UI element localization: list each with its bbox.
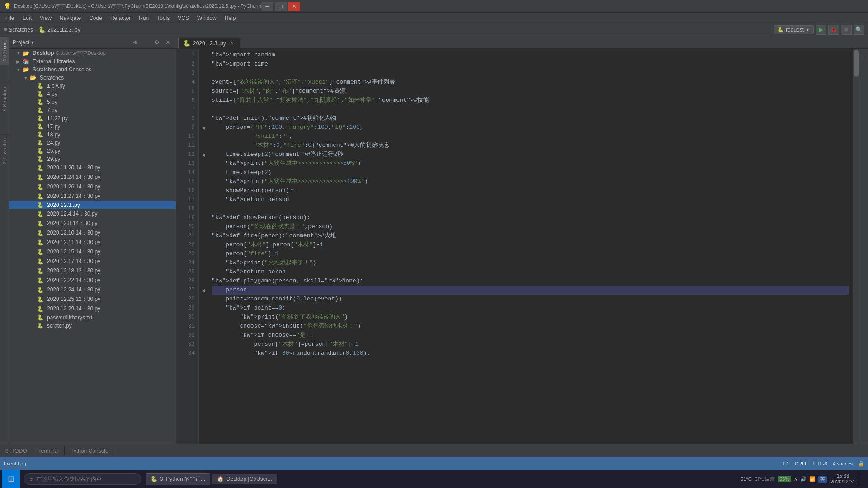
tree-item-29py[interactable]: 🐍29.py [9,155,176,163]
bottom-tab-terminal[interactable]: Terminal [33,446,65,456]
menu-item-code[interactable]: Code [85,14,106,22]
tree-node-label: 2020.12.8.14：30.py [45,220,176,227]
stop-button[interactable]: ■ [841,25,852,35]
tree-item-20201126[interactable]: 🐍2020.11.26.14：30.py [9,182,176,192]
gutter-line [199,141,208,150]
tree-item-scratches-consoles[interactable]: ▼📂Scratches and Consoles [9,66,176,74]
tree-item-20201124[interactable]: 🐍2020.11.24.14：30.py [9,173,176,182]
menu-item-navigate[interactable]: Navigate [56,14,85,22]
menu-item-file[interactable]: File [2,14,18,22]
tree-item-external-libs[interactable]: ▶📚External Libraries [9,57,176,66]
file-tree-panel: Project ▾ ⊕ − ⚙ ✕ ▼📂Desktop C:\Users\李宇\… [9,36,176,444]
run-toolbar: 🐍 request ▼ ▶ 🐞 ■ 🔍 [774,25,864,35]
tree-item-20201210[interactable]: 🐍2020.12.10.14：30.py [9,228,176,238]
editor-tab-close[interactable]: ✕ [229,40,235,47]
sidebar-tab-favorites[interactable]: 2: Favorites [0,134,9,168]
tree-item-20201225[interactable]: 🐍2020.12.25.12：30.py [9,295,176,304]
tree-item-desktop[interactable]: ▼📂Desktop C:\Users\李宇\Desktop [9,49,176,57]
tree-item-scratches[interactable]: ▼📂Scratches [9,74,176,82]
editor-tab-active[interactable]: 🐍 2020.12.3..py ✕ [178,38,240,48]
tree-item-20201208[interactable]: 🐍2020.12.8.14：30.py [9,219,176,228]
tree-item-20201222[interactable]: 🐍2020.12.22.14：30.py [9,276,176,285]
start-button[interactable]: ⊞ [2,470,20,488]
tree-node-icon: 🐍 [37,99,45,105]
bottom-tab-python-console[interactable]: Python Console [65,446,114,456]
code-gutter: ◀◀◀ [199,49,208,444]
tree-item-18py[interactable]: 🐍18.py [9,131,176,139]
tree-node-icon: 🐍 [37,306,45,312]
taskbar-app-python[interactable]: 🐍 3. Python 的非正... [146,473,210,485]
status-event-log[interactable]: Event Log [4,461,26,466]
tree-locate-icon[interactable]: ⊕ [131,38,140,47]
tree-item-11py[interactable]: 🐍11.22.py [9,114,176,122]
tree-node-label: 29.py [45,156,176,162]
menu-item-vcs[interactable]: VCS [174,14,193,22]
taskbar-search[interactable]: ○ [24,473,141,485]
status-encoding[interactable]: UTF-8 [813,461,827,466]
tree-node-icon: 🐍 [37,239,45,246]
menu-item-edit[interactable]: Edit [19,14,35,22]
tree-item-20201224[interactable]: 🐍2020.12.24.14：30.py [9,285,176,295]
tree-item-1py[interactable]: 🐍1.p'y.py [9,82,176,90]
search-button[interactable]: 🔍 [854,25,864,35]
tree-item-4py[interactable]: 🐍4.py [9,90,176,98]
taskbar-app-desktop[interactable]: 🏠 Desktop [C:\User... [212,474,277,484]
run-button[interactable]: ▶ [816,25,826,35]
tree-item-25py[interactable]: 🐍25.py [9,147,176,155]
tree-close-icon[interactable]: ✕ [163,38,172,47]
tree-item-scratch[interactable]: 🐍scratch.py [9,322,176,330]
menu-item-view[interactable]: View [36,14,55,22]
menu-item-tools[interactable]: Tools [153,14,173,22]
menu-item-run[interactable]: Run [135,14,152,22]
right-scrollbar[interactable] [853,49,859,444]
tree-item-20201211[interactable]: 🐍2020.12.11.14：30.py [9,238,176,247]
close-button[interactable]: ✕ [288,2,300,11]
line-numbers: 1234567891011121314151617181920212223242… [176,49,199,444]
tree-item-7py[interactable]: 🐍7.py [9,106,176,114]
gutter-line [199,258,208,267]
breadcrumb-file[interactable]: 🐍 2020.12.3..py [38,26,80,33]
breadcrumb-scratches[interactable]: Scratches [9,27,33,33]
tree-item-24py[interactable]: 🐍24.py [9,139,176,147]
tree-item-20201127[interactable]: 🐍2020.11.27.14：30.py [9,192,176,201]
right-tab-minimap[interactable] [859,49,866,56]
tree-item-20201217[interactable]: 🐍2020.12.17.14：30.py [9,257,176,266]
scroll-thumb[interactable] [854,50,859,77]
tree-item-20201203[interactable]: 🐍2020.12.3..py [9,201,176,209]
menu-item-help[interactable]: Help [221,14,240,22]
run-config-button[interactable]: 🐍 request ▼ [774,25,814,34]
status-position[interactable]: 1:1 [783,461,789,466]
menu-item-refactor[interactable]: Refactor [107,14,134,22]
minimize-button[interactable]: ─ [261,2,273,11]
tree-item-17py[interactable]: 🐍17.py [9,122,176,131]
bottom-tab-6:-todo[interactable]: 6: TODO [0,446,33,456]
tree-item-20201229[interactable]: 🐍2020.12.29.14：30.py [9,304,176,314]
line-number: 18 [176,204,195,213]
clock[interactable]: 15:33 2020/12/31 [830,473,855,485]
sidebar-tab-structure[interactable]: 2: Structure [0,83,9,116]
tree-item-pasword[interactable]: 🐍paswordlirbarys.txt [9,314,176,322]
maximize-button[interactable]: □ [275,2,287,11]
status-crlf[interactable]: CRLF [795,461,808,466]
tree-item-20201218[interactable]: 🐍2020.12.18.13：30.py [9,266,176,276]
line-number: 24 [176,258,195,267]
tree-node-icon: 🐍 [37,296,45,303]
show-desktop-button[interactable] [859,472,863,486]
tree-collapse-icon[interactable]: − [142,38,151,47]
tree-node-icon: 🐍 [37,193,45,200]
code-line: peron["fire"]=1 [212,249,849,258]
status-indent[interactable]: 4 spaces [833,461,853,466]
tree-item-5py[interactable]: 🐍5.py [9,98,176,106]
taskbar-search-input[interactable] [37,476,127,482]
code-editor[interactable]: "kw">import random"kw">import time event… [208,49,853,444]
tree-item-20201204[interactable]: 🐍2020.12.4.14：30.py [9,209,176,219]
tree-settings-icon[interactable]: ⚙ [152,38,161,47]
debug-button[interactable]: 🐞 [828,25,839,35]
sidebar-tab-project[interactable]: 1: Project [0,36,9,65]
tree-node-icon: 📚 [23,58,31,65]
menu-item-window[interactable]: Window [193,14,220,22]
tree-node-icon: 🐍 [37,140,45,146]
tree-item-20201120[interactable]: 🐍2020.11.20.14：30.py [9,163,176,173]
tree-item-20201215[interactable]: 🐍2020.12.15.14：30.py [9,247,176,257]
tree-node-label: 17.py [45,123,176,130]
